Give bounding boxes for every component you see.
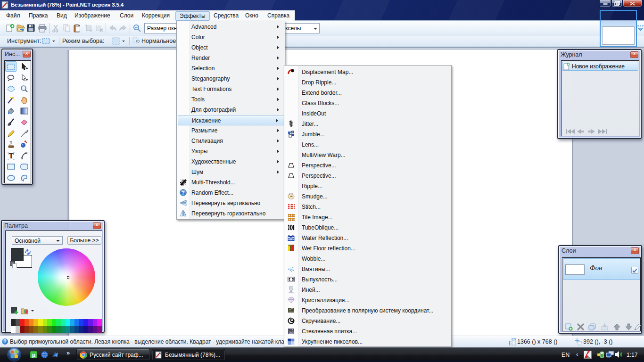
svg-text:µ: µ bbox=[32, 352, 35, 358]
svg-text:T: T bbox=[8, 152, 14, 160]
